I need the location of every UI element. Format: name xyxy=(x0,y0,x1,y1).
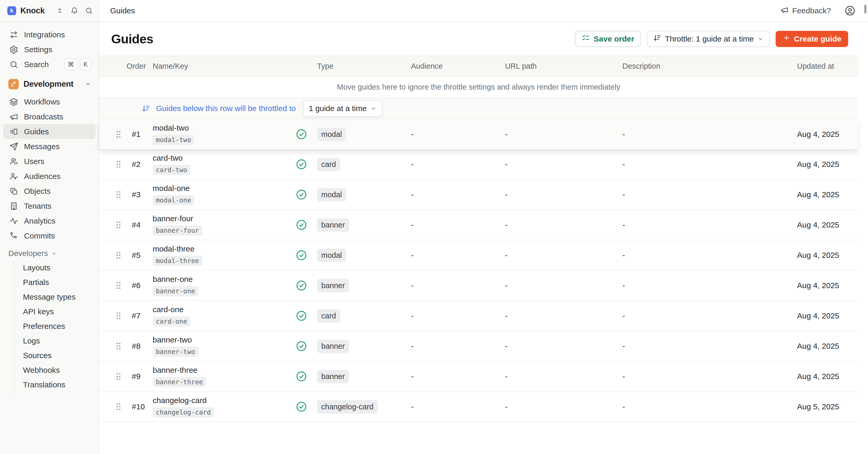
updated-at-value: Aug 5, 2025 xyxy=(793,402,858,411)
environment-switcher[interactable]: Development xyxy=(3,76,95,92)
drag-handle-icon[interactable] xyxy=(114,250,127,260)
shortcut-key: K xyxy=(80,58,91,70)
description-value: - xyxy=(617,160,793,169)
sidebar-item-integrations[interactable]: Integrations xyxy=(3,27,95,42)
workspace-name: Knock xyxy=(20,6,52,16)
account-menu-icon[interactable] xyxy=(844,5,856,16)
table-row[interactable]: #10 changelog-card changelog-card change… xyxy=(99,392,858,422)
table-row[interactable]: #9 banner-three banner-three banner - - … xyxy=(99,362,858,392)
sidebar-subitem-api-keys[interactable]: API keys xyxy=(14,304,95,319)
sidebar-item-commits[interactable]: Commits xyxy=(3,228,95,243)
table-row[interactable]: #3 modal-one modal-one modal - - - Aug 4… xyxy=(99,180,858,210)
table-row[interactable]: #5 modal-three modal-three modal - - - A… xyxy=(99,240,858,271)
order-number: #8 xyxy=(127,342,153,350)
sidebar-item-search[interactable]: Search ⌘K xyxy=(3,57,95,72)
updated-at-value: Aug 4, 2025 xyxy=(793,372,858,381)
check-circle-icon xyxy=(296,280,307,291)
developers-section-toggle[interactable]: Developers xyxy=(3,246,95,260)
sidebar-item-tenants[interactable]: Tenants xyxy=(3,199,95,214)
sidebar-item-messages[interactable]: Messages xyxy=(3,139,95,154)
type-badge: banner xyxy=(317,218,349,232)
guide-name-link[interactable]: banner-three xyxy=(153,366,197,375)
sidebar-subitem-webhooks[interactable]: Webhooks xyxy=(14,363,95,377)
description-value: - xyxy=(617,402,793,411)
main-content: Guides Feedback? Guides Save order Throt… xyxy=(99,0,868,454)
sidebar-subitem-sources[interactable]: Sources xyxy=(14,348,95,363)
audience-value: - xyxy=(406,372,500,381)
drag-handle-icon[interactable] xyxy=(114,159,127,169)
sidebar-subitem-logs[interactable]: Logs xyxy=(14,334,95,348)
sidebar-subitem-translations[interactable]: Translations xyxy=(14,377,95,392)
sidebar-subitem-preferences[interactable]: Preferences xyxy=(14,319,95,334)
drag-handle-icon[interactable] xyxy=(114,129,127,139)
audience-value: - xyxy=(406,251,500,260)
throttle-dropdown-button[interactable]: Throttle: 1 guide at a time xyxy=(647,31,770,47)
order-number: #6 xyxy=(127,281,153,290)
drag-handle-icon[interactable] xyxy=(114,341,127,351)
description-value: - xyxy=(617,372,793,381)
guide-name-link[interactable]: changelog-card xyxy=(153,396,207,405)
audience-value: - xyxy=(406,160,500,169)
table-row[interactable]: #7 card-one card-one card - - - Aug 4, 2… xyxy=(99,301,858,331)
sidebar-item-guides[interactable]: Guides xyxy=(3,124,95,139)
throttle-amount-select[interactable]: 1 guide at a time xyxy=(303,100,382,117)
guide-name-link[interactable]: banner-two xyxy=(153,335,192,344)
column-audience: Audience xyxy=(406,62,500,70)
sidebar-item-users[interactable]: Users xyxy=(3,154,95,169)
check-circle-icon xyxy=(296,250,307,261)
megaphone-icon xyxy=(9,112,18,121)
check-circle-icon xyxy=(296,310,307,321)
audience-value: - xyxy=(406,190,500,199)
guide-name-link[interactable]: card-one xyxy=(153,305,183,314)
guide-name-link[interactable]: banner-four xyxy=(153,214,193,223)
guide-name-link[interactable]: modal-one xyxy=(153,184,190,193)
table-row[interactable]: #6 banner-one banner-one banner - - - Au… xyxy=(99,271,858,301)
column-description: Description xyxy=(617,62,793,70)
table-row[interactable]: #8 banner-two banner-two banner - - - Au… xyxy=(99,331,858,362)
search-icon[interactable] xyxy=(85,7,93,15)
order-number: #3 xyxy=(127,190,153,199)
drag-handle-icon[interactable] xyxy=(114,281,127,290)
guide-key-badge: banner-two xyxy=(153,347,198,357)
drag-handle-icon[interactable] xyxy=(114,220,127,230)
check-circle-icon xyxy=(296,159,307,170)
unthrottled-dropzone[interactable]: Move guides here to ignore the throttle … xyxy=(99,77,858,98)
sidebar-item-settings[interactable]: Settings xyxy=(3,42,95,57)
drag-handle-icon[interactable] xyxy=(114,371,127,381)
table-row[interactable]: #4 banner-four banner-four banner - - - … xyxy=(99,210,858,240)
feedback-button[interactable]: Feedback? xyxy=(780,6,831,16)
sidebar-item-broadcasts[interactable]: Broadcasts xyxy=(3,109,95,124)
check-circle-icon xyxy=(296,129,307,140)
bars-arrow-down-icon xyxy=(142,104,150,113)
description-value: - xyxy=(617,221,793,229)
column-updated-at: Updated at xyxy=(793,62,858,70)
sidebar-subitem-partials[interactable]: Partials xyxy=(14,275,95,290)
sidebar-subitem-layouts[interactable]: Layouts xyxy=(14,260,95,275)
guide-name-link[interactable]: modal-two xyxy=(153,123,189,133)
table-row[interactable]: #1 modal-two modal-two modal - - - Aug 4… xyxy=(99,119,858,149)
scrollbar-thumb[interactable] xyxy=(864,5,866,13)
sidebar-item-analytics[interactable]: Analytics xyxy=(3,214,95,228)
guide-name-link[interactable]: card-two xyxy=(153,153,183,163)
guide-name-link[interactable]: banner-one xyxy=(153,275,193,284)
create-guide-button[interactable]: Create guide xyxy=(776,31,848,47)
drag-handle-icon[interactable] xyxy=(114,311,127,321)
table-row[interactable]: #2 card-two card-two card - - - Aug 4, 2… xyxy=(99,149,858,180)
save-order-button[interactable]: Save order xyxy=(575,31,641,47)
sidebar-item-objects[interactable]: Objects xyxy=(3,183,95,199)
check-circle-icon xyxy=(296,371,307,382)
notifications-bell-icon[interactable] xyxy=(70,7,78,15)
url-path-value: - xyxy=(500,221,617,229)
description-value: - xyxy=(617,311,793,320)
drag-handle-icon[interactable] xyxy=(114,402,127,412)
sidebar-item-workflows[interactable]: Workflows xyxy=(3,94,95,109)
chevron-down-icon xyxy=(51,251,57,256)
sidebar-subitem-message-types[interactable]: Message types xyxy=(14,290,95,304)
sidebar-item-audiences[interactable]: Audiences xyxy=(3,169,95,183)
guide-key-badge: modal-one xyxy=(153,195,194,205)
drag-handle-icon[interactable] xyxy=(114,190,127,200)
workspace-switcher-icon[interactable] xyxy=(56,7,64,15)
type-badge: card xyxy=(317,158,340,171)
guide-name-link[interactable]: modal-three xyxy=(153,245,194,253)
order-number: #4 xyxy=(127,221,153,229)
